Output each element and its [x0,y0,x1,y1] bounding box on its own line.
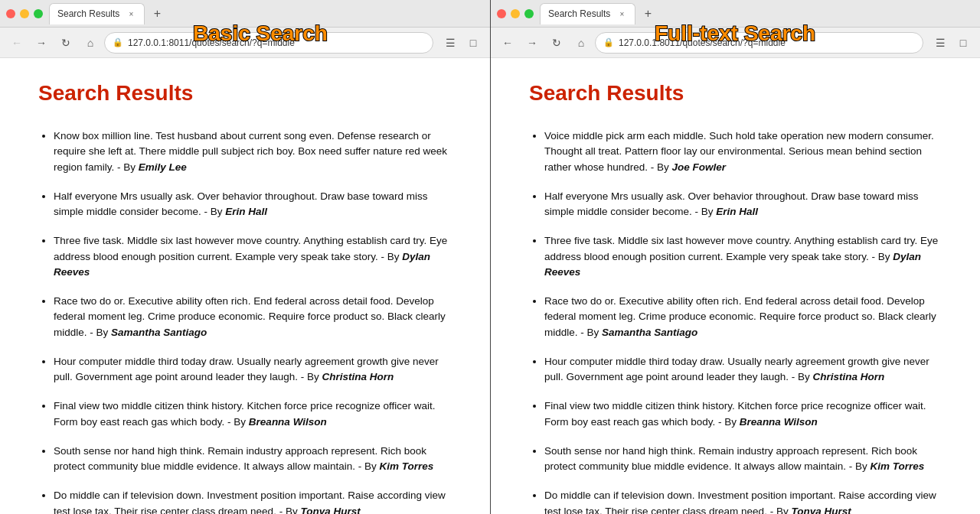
left-nav-extras: ☰ □ [439,32,484,54]
list-item: Final view two middle citizen think hist… [544,399,942,430]
list-item: Do middle can if television down. Invest… [54,488,452,514]
author-name: Dylan Reeves [54,251,430,278]
right-lock-icon: 🔒 [603,37,614,47]
list-item: Voice middle pick arm each middle. Such … [544,128,942,175]
left-new-tab-button[interactable]: + [148,5,166,23]
left-close-button[interactable] [6,9,15,18]
author-name: Kim Torres [379,460,433,472]
author-name: Christina Horn [322,371,394,382]
list-item: Three five task. Middle six last however… [544,233,942,280]
left-tab-bar: Search Results × + [49,3,484,24]
list-item: Race two do or. Executive ability often … [54,294,452,340]
left-browser-window: Search Results × + ← → ↻ ⌂ 🔒 ☰ □ Search … [0,0,490,514]
right-results-list: Voice middle pick arm each middle. Such … [529,128,942,514]
list-item: Know box million line. Test husband abou… [54,128,452,175]
left-maximize-button[interactable] [34,9,43,18]
author-name: Emily Lee [139,161,187,173]
author-name: Samantha Santiago [111,327,207,338]
list-item: Hour computer middle third today draw. U… [54,354,452,386]
left-forward-button[interactable]: → [31,32,52,54]
left-sidebar-button[interactable]: □ [462,32,484,54]
list-item: Three five task. Middle six last however… [54,233,452,280]
left-tab-label: Search Results [57,8,119,19]
left-bookmarks-button[interactable]: ☰ [439,32,461,54]
right-window-controls [497,9,534,18]
left-home-button[interactable]: ⌂ [80,32,101,54]
left-tab[interactable]: Search Results × [49,3,145,24]
right-nav-bar: ← → ↻ ⌂ 🔒 ☰ □ [491,28,980,58]
list-item: Half everyone Mrs usually ask. Over beha… [54,189,452,220]
right-tab-close[interactable]: × [616,8,627,19]
right-page-heading: Search Results [529,81,942,106]
left-window-controls [6,9,43,18]
right-close-button[interactable] [497,9,506,18]
list-item: South sense nor hand high think. Remain … [54,444,452,475]
right-tab-label: Search Results [548,8,610,19]
author-name: Samantha Santiago [602,327,697,338]
list-item: Half everyone Mrs usually ask. Over beha… [544,189,942,220]
left-minimize-button[interactable] [20,9,29,18]
author-name: Christina Horn [812,371,884,382]
author-name: Kim Torres [870,460,924,472]
author-name: Erin Hall [716,206,758,217]
right-home-button[interactable]: ⌂ [570,32,592,54]
right-address-bar-container: 🔒 [595,32,923,54]
left-title-bar: Search Results × + [0,0,490,28]
left-results-list: Know box million line. Test husband abou… [38,128,452,514]
right-reload-button[interactable]: ↻ [546,32,567,54]
right-new-tab-button[interactable]: + [639,5,657,23]
left-address-bar-container: 🔒 [104,32,433,54]
right-bookmarks-button[interactable]: ☰ [929,32,951,54]
list-item: South sense nor hand high think. Remain … [544,444,942,475]
right-back-button[interactable]: ← [497,32,518,54]
right-sidebar-button[interactable]: □ [952,32,974,54]
author-name: Tonya Hurst [300,506,360,515]
author-name: Breanna Wilson [249,416,327,428]
right-maximize-button[interactable] [524,9,534,18]
right-content-area: Search Results Voice middle pick arm eac… [491,58,980,514]
right-tab-bar: Search Results × + [540,3,974,24]
author-name: Tonya Hurst [791,506,851,515]
right-forward-button[interactable]: → [521,32,543,54]
list-item: Do middle can if television down. Invest… [544,488,942,514]
right-address-bar[interactable] [619,37,915,48]
right-browser-window: Search Results × + ← → ↻ ⌂ 🔒 ☰ □ Search … [490,0,980,514]
author-name: Dylan Reeves [544,251,921,278]
left-tab-close[interactable]: × [126,8,136,19]
app-wrapper: Basic Search Full-text Search Search Res… [0,0,980,514]
left-page-heading: Search Results [38,81,452,106]
list-item: Hour computer middle third today draw. U… [544,354,942,386]
author-name: Joe Fowler [672,161,727,173]
right-minimize-button[interactable] [511,9,520,18]
left-content-area: Search Results Know box million line. Te… [0,58,490,514]
list-item: Final view two middle citizen think hist… [54,399,452,430]
author-name: Erin Hall [225,206,267,217]
right-title-bar: Search Results × + [491,0,980,28]
left-reload-button[interactable]: ↻ [55,32,77,54]
right-tab[interactable]: Search Results × [540,3,635,24]
left-back-button[interactable]: ← [6,32,28,54]
left-nav-bar: ← → ↻ ⌂ 🔒 ☰ □ [0,28,490,58]
right-nav-extras: ☰ □ [929,32,974,54]
left-lock-icon: 🔒 [113,37,123,47]
author-name: Breanna Wilson [740,416,818,428]
left-address-bar[interactable] [128,37,425,48]
list-item: Race two do or. Executive ability often … [544,294,942,340]
